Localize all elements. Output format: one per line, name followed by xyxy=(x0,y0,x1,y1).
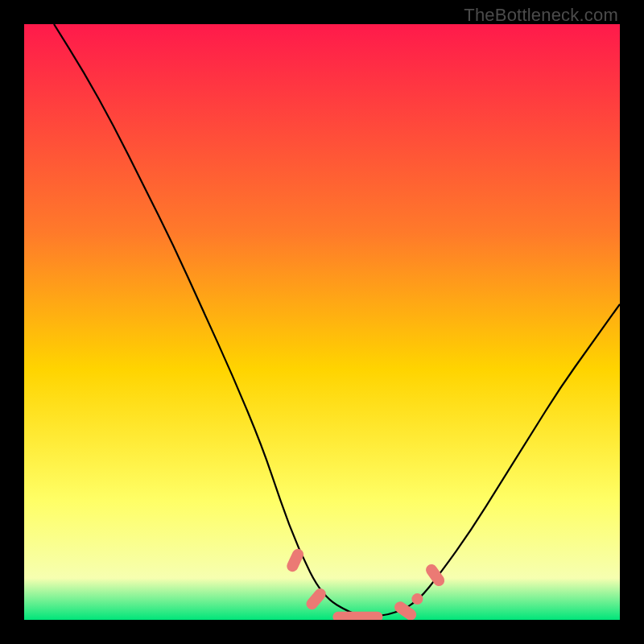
curve-marker xyxy=(285,547,305,573)
watermark-text: TheBottleneck.com xyxy=(464,5,618,26)
chart-frame: TheBottleneck.com xyxy=(0,0,644,644)
curve-marker xyxy=(332,612,382,620)
curve-marker xyxy=(304,586,328,612)
curve-marker xyxy=(411,593,423,605)
bottleneck-curve xyxy=(54,24,620,616)
marker-group xyxy=(285,547,447,620)
plot-area xyxy=(24,24,620,620)
curve-layer xyxy=(24,24,620,620)
curve-marker xyxy=(423,562,447,588)
